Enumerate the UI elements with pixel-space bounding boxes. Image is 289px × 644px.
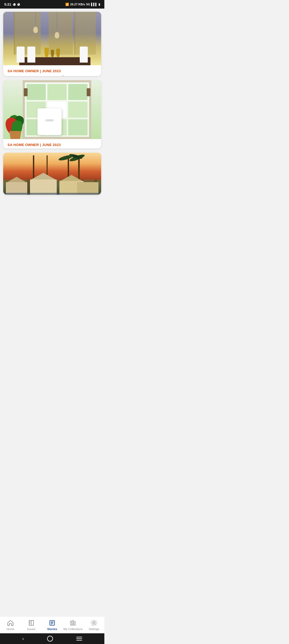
vibrate-icon: 📶 [65,3,69,6]
signal-icon: 5G [86,3,90,6]
article-card-2[interactable]: SA HOME OWNER | June 2023 Recycling REWA… [3,80,101,148]
battery-icon: ▮ [98,3,100,6]
status-icon-1: ◕ [13,2,16,6]
status-left: 5:21 ◕ ◕ [4,2,20,6]
article-image-plant [3,80,101,139]
article-source-2: SA HOME OWNER | June 2023 [7,143,97,147]
article-card-1[interactable]: SA HOME OWNER | June 2023 WINDOWS on aut… [3,12,101,76]
article-image-house [3,153,101,195]
status-icon-2: ◕ [17,2,20,6]
article-meta-1: SA HOME OWNER | June 2023 WINDOWS on aut… [3,65,101,76]
article-card-3[interactable] [3,153,101,195]
status-right: 📶 26.27 KB/s 5G ▌▌▌ ▮ [65,3,100,6]
status-time: 5:21 [4,2,11,6]
articles-list: SA HOME OWNER | June 2023 WINDOWS on aut… [0,9,104,198]
article-source-1: SA HOME OWNER | June 2023 [7,69,97,73]
network-speed: 26.27 KB/s [70,3,85,6]
article-image-dining [3,12,101,65]
status-bar: 5:21 ◕ ◕ 📶 26.27 KB/s 5G ▌▌▌ ▮ [0,0,104,9]
signal-bars: ▌▌▌ [91,3,97,6]
article-meta-2: SA HOME OWNER | June 2023 Recycling REWA… [3,139,101,148]
article-title-1: WINDOWS on autopilot [7,75,97,76]
